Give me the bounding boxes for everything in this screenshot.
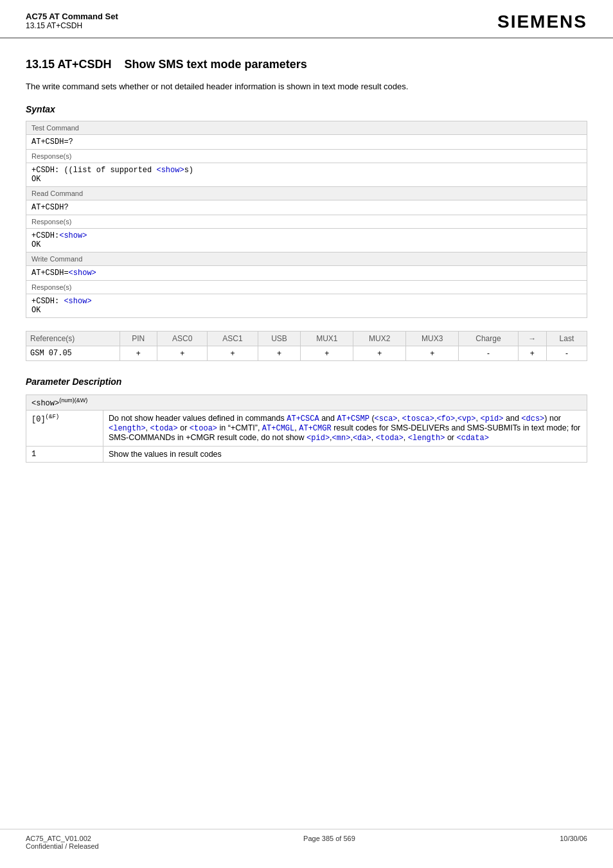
write-response-row: +CSDH: <show> OK [26, 294, 587, 318]
ref-asc0-val: + [157, 346, 207, 361]
header-title: AC75 AT Command Set [26, 12, 118, 21]
read-cmd-label: Read Command [26, 187, 587, 200]
ref-mux1-val: + [301, 346, 353, 361]
code-dcs: <dcs> [521, 414, 544, 423]
read-response-row: +CSDH:<show> OK [26, 229, 587, 252]
command-table: Test Command AT+CSDH=? Response(s) +CSDH… [26, 121, 587, 318]
test-ok: OK [31, 175, 40, 184]
footer-status: Confidential / Released [26, 842, 99, 850]
ref-col-last: Last [546, 332, 587, 346]
footer-version: AC75_ATC_V01.002 [26, 835, 91, 842]
param-name-text: <show> [31, 399, 59, 408]
param-name-row: <show>(num)(&W) [26, 395, 587, 411]
section-number: 13.15 [26, 58, 55, 71]
ref-col-arrow: → [518, 332, 546, 346]
code-tosca: <tosca> [402, 414, 434, 423]
header-subtitle: 13.15 AT+CSDH [26, 21, 118, 30]
test-cmd-code: AT+CSDH=? [26, 135, 587, 150]
read-cmd-header-row: Read Command [26, 187, 587, 200]
code-mn: <mn> [332, 434, 351, 443]
test-response-text: +CSDH: ((list of supported <show>s) OK [26, 163, 587, 187]
param-desc-0: Do not show header values defined in com… [103, 411, 587, 447]
ref-mux3-val: + [406, 346, 459, 361]
header-left: AC75 AT Command Set 13.15 AT+CSDH [26, 12, 118, 30]
reference-table: Reference(s) PIN ASC0 ASC1 USB MUX1 MUX2… [26, 331, 587, 361]
write-cmd-row: AT+CSDH=<show> [26, 266, 587, 281]
param-val-0-text: [0] [31, 415, 46, 424]
page-header: AC75 AT Command Set 13.15 AT+CSDH SIEMEN… [0, 0, 613, 39]
write-response-label-row: Response(s) [26, 281, 587, 294]
ref-col-mux3: MUX3 [406, 332, 459, 346]
ref-col-asc1: ASC1 [208, 332, 258, 346]
code-csca: AT+CSCA [287, 414, 319, 423]
ref-header-row: Reference(s) PIN ASC0 ASC1 USB MUX1 MUX2… [26, 332, 587, 346]
ref-last-val: - [546, 346, 587, 361]
ref-charge-val: - [459, 346, 519, 361]
test-cmd-text: AT+CSDH=? [31, 137, 73, 146]
ref-col-reference: Reference(s) [26, 332, 120, 346]
ref-col-mux2: MUX2 [353, 332, 406, 346]
read-response-code: +CSDH:<show> [31, 231, 87, 240]
ref-col-usb: USB [258, 332, 301, 346]
test-response-label-row: Response(s) [26, 150, 587, 163]
read-response-label-row: Response(s) [26, 215, 587, 229]
footer-date: 10/30/06 [560, 835, 587, 842]
write-cmd-label: Write Command [26, 252, 587, 266]
code-cmgr: AT+CMGR [299, 424, 331, 433]
read-response-text: +CSDH:<show> OK [26, 229, 587, 252]
read-ok: OK [31, 240, 40, 249]
param-table: <show>(num)(&W) [0](&F) Do not show head… [26, 394, 587, 463]
test-response-row: +CSDH: ((list of supported <show>s) OK [26, 163, 587, 187]
code-cdata: <cdata> [456, 434, 488, 443]
param-heading: Parameter Description [26, 376, 587, 387]
test-cmd-label: Test Command [26, 121, 587, 135]
ref-gsm: GSM 07.05 [26, 346, 120, 361]
code-pid2: <pid> [306, 434, 330, 443]
ref-data-row: GSM 07.05 + + + + + + + - + - [26, 346, 587, 361]
read-cmd-text: AT+CSDH? [31, 203, 69, 212]
ref-col-pin: PIN [120, 332, 157, 346]
ref-mux2-val: + [353, 346, 406, 361]
ref-col-charge: Charge [459, 332, 519, 346]
ref-col-mux1: MUX1 [301, 332, 353, 346]
ref-usb-val: + [258, 346, 301, 361]
section-title: 13.15 AT+CSDH Show SMS text mode paramet… [26, 58, 587, 71]
code-da: <da> [353, 434, 371, 443]
write-cmd-header-row: Write Command [26, 252, 587, 266]
write-cmd-text: AT+CSDH=<show> [31, 269, 96, 278]
param-val-0-sup: (&F) [46, 414, 60, 420]
code-vp: <vp> [458, 414, 476, 423]
param-value-0-row: [0](&F) Do not show header values define… [26, 411, 587, 447]
code-cmgl: AT+CMGL [262, 424, 294, 433]
ref-pin-val: + [120, 346, 157, 361]
page-container: AC75 AT Command Set 13.15 AT+CSDH SIEMEN… [0, 0, 613, 868]
write-response-text: +CSDH: <show> OK [26, 294, 587, 318]
syntax-heading: Syntax [26, 104, 587, 114]
test-cmd-row: AT+CSDH=? [26, 135, 587, 150]
footer-page: Page 385 of 569 [303, 835, 355, 842]
page-footer: AC75_ATC_V01.002 Confidential / Released… [0, 829, 613, 855]
section-description: The write command sets whether or not de… [26, 82, 587, 91]
ref-arrow-val: + [518, 346, 546, 361]
write-response-code: +CSDH: <show> [31, 297, 92, 306]
ref-asc1-val: + [208, 346, 258, 361]
param-value-0: [0](&F) [26, 411, 103, 447]
code-tooa: <tooa> [190, 424, 217, 433]
param-name-cell: <show>(num)(&W) [26, 395, 587, 411]
write-cmd-code: AT+CSDH=<show> [26, 266, 587, 281]
footer-right: 10/30/06 [560, 835, 587, 850]
section-cmd: AT+CSDH [57, 58, 111, 71]
code-fo: <fo> [436, 414, 455, 423]
code-length2: <length> [408, 434, 445, 443]
code-toda: <toda> [150, 424, 178, 433]
read-response-label: Response(s) [26, 215, 587, 229]
code-length: <length> [109, 424, 146, 433]
param-name-sup: (num)(&W) [59, 397, 87, 403]
param-desc-1: Show the values in result codes [103, 447, 587, 463]
test-cmd-header-row: Test Command [26, 121, 587, 135]
read-cmd-code: AT+CSDH? [26, 200, 587, 215]
write-response-label: Response(s) [26, 281, 587, 294]
main-content: 13.15 AT+CSDH Show SMS text mode paramet… [0, 39, 613, 488]
footer-center: Page 385 of 569 [303, 835, 355, 850]
test-response-code: +CSDH: ((list of supported <show>s) [31, 166, 193, 175]
